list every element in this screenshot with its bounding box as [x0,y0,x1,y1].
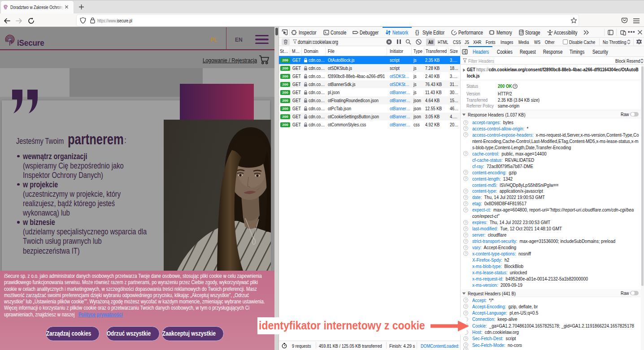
svg-text:?: ? [465,177,466,181]
svg-text:?: ? [465,251,466,255]
svg-text:?: ? [465,208,466,212]
svg-text:?: ? [465,311,466,315]
svg-text:?: ? [465,233,466,237]
svg-text:?: ? [514,84,516,88]
svg-text:?: ? [465,170,466,174]
svg-text:?: ? [465,126,466,130]
svg-text:?: ? [465,202,466,206]
svg-text:?: ? [465,220,466,225]
svg-text:?: ? [465,343,466,347]
svg-text:?: ? [465,246,466,250]
svg-text:?: ? [465,121,466,125]
svg-text:?: ? [465,227,466,231]
svg-text:?: ? [465,239,466,243]
svg-text:?: ? [465,347,466,350]
svg-text:?: ? [465,304,466,308]
svg-text:?: ? [465,337,466,341]
svg-text:?: ? [465,151,466,156]
svg-text:?: ? [465,189,466,193]
svg-text:?: ? [465,195,466,199]
svg-text:?: ? [465,133,466,137]
svg-text:?: ? [465,298,466,302]
